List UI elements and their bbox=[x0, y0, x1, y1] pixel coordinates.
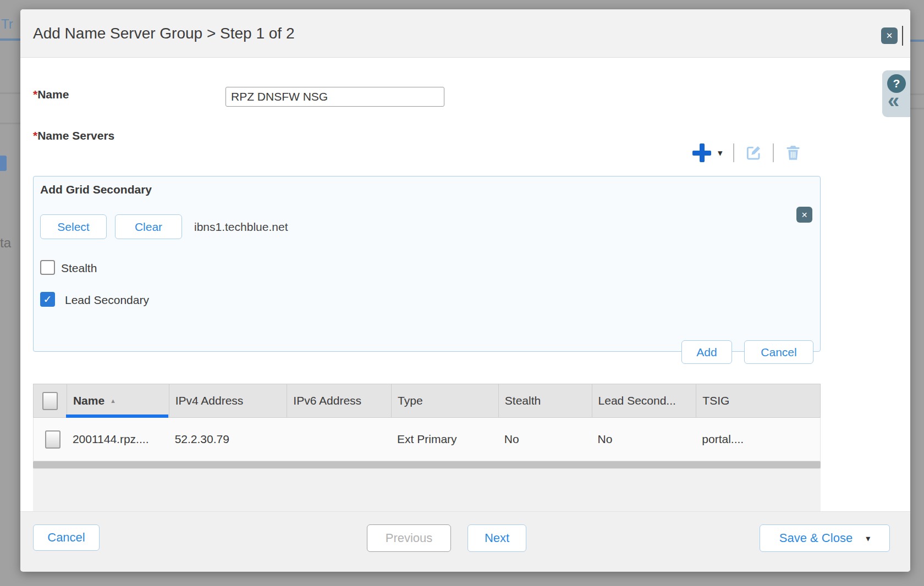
lead-secondary-checkbox-label[interactable]: Lead Secondary bbox=[65, 294, 149, 307]
add-grid-secondary-panel: Add Grid Secondary ✕ Select Clear ibns1.… bbox=[33, 176, 821, 352]
required-marker: * bbox=[33, 129, 37, 142]
titlebar-divider bbox=[902, 26, 903, 46]
cell-type: Ext Primary bbox=[391, 418, 498, 461]
sort-ascending-icon: ▲ bbox=[110, 397, 116, 404]
close-icon[interactable]: ✕ bbox=[881, 27, 898, 44]
cell-ipv6 bbox=[287, 418, 391, 461]
toolbar-divider bbox=[733, 143, 734, 162]
cell-stealth: No bbox=[498, 418, 592, 461]
horizontal-scrollbar-thumb[interactable] bbox=[33, 461, 821, 468]
horizontal-scrollbar bbox=[33, 461, 821, 469]
name-label: *Name bbox=[33, 88, 69, 101]
dialog-title: Add Name Server Group > Step 1 of 2 bbox=[33, 9, 294, 58]
side-helper-tab: ? « bbox=[882, 70, 910, 117]
required-marker: * bbox=[33, 88, 37, 101]
add-button[interactable]: Add bbox=[681, 340, 732, 364]
cell-name: 2001144.rpz.... bbox=[67, 418, 169, 461]
add-dropdown-caret-icon[interactable]: ▾ bbox=[718, 147, 723, 159]
stealth-checkbox-label[interactable]: Stealth bbox=[61, 262, 97, 275]
add-name-server-icon[interactable] bbox=[692, 143, 712, 163]
save-options-caret-icon: ▾ bbox=[866, 533, 870, 544]
row-checkbox[interactable] bbox=[45, 430, 61, 449]
select-all-checkbox-cell bbox=[34, 384, 67, 417]
cell-ipv4: 52.2.30.79 bbox=[169, 418, 287, 461]
name-servers-toolbar: ▾ bbox=[692, 142, 802, 163]
column-header-name[interactable]: Name ▲ bbox=[67, 384, 169, 417]
table-header: Name ▲ IPv4 Address IPv6 Address Type St… bbox=[33, 384, 821, 418]
dialog-titlebar: Add Name Server Group > Step 1 of 2 ✕ bbox=[20, 9, 910, 58]
panel-close-icon[interactable]: ✕ bbox=[796, 207, 812, 223]
add-name-server-group-dialog: Add Name Server Group > Step 1 of 2 ✕ *N… bbox=[20, 9, 910, 572]
panel-title: Add Grid Secondary bbox=[40, 183, 152, 196]
panel-cancel-button[interactable]: Cancel bbox=[744, 340, 813, 364]
name-servers-table: Name ▲ IPv4 Address IPv6 Address Type St… bbox=[33, 384, 821, 512]
select-all-checkbox[interactable] bbox=[42, 392, 58, 410]
name-servers-label: *Name Servers bbox=[33, 129, 114, 142]
edit-icon[interactable] bbox=[745, 144, 762, 162]
lead-secondary-checkbox[interactable] bbox=[40, 292, 55, 307]
name-input[interactable] bbox=[226, 87, 444, 107]
cancel-button[interactable]: Cancel bbox=[33, 524, 100, 551]
select-button[interactable]: Select bbox=[40, 214, 107, 239]
cell-tsig: portal.... bbox=[696, 418, 820, 461]
row-checkbox-cell bbox=[34, 418, 67, 461]
dialog-footer: Cancel Previous Next Save & Close ▾ bbox=[20, 511, 910, 572]
table-empty-area bbox=[33, 469, 821, 512]
column-header-lead-secondary[interactable]: Lead Second... bbox=[592, 384, 696, 417]
column-header-type[interactable]: Type bbox=[391, 384, 498, 417]
stealth-checkbox[interactable] bbox=[40, 260, 55, 275]
cell-lead-secondary: No bbox=[592, 418, 696, 461]
selected-server-value: ibns1.techblue.net bbox=[194, 220, 288, 234]
column-header-tsig[interactable]: TSIG bbox=[696, 384, 820, 417]
toolbar-divider bbox=[773, 143, 774, 162]
column-header-stealth[interactable]: Stealth bbox=[498, 384, 592, 417]
next-button[interactable]: Next bbox=[468, 524, 526, 552]
column-header-ipv4[interactable]: IPv4 Address bbox=[169, 384, 287, 417]
clear-button[interactable]: Clear bbox=[115, 214, 182, 239]
save-and-close-button[interactable]: Save & Close ▾ bbox=[760, 524, 890, 552]
previous-button[interactable]: Previous bbox=[367, 524, 451, 552]
table-row[interactable]: 2001144.rpz.... 52.2.30.79 Ext Primary N… bbox=[33, 418, 821, 461]
collapse-icon[interactable]: « bbox=[888, 89, 899, 113]
column-header-ipv6[interactable]: IPv6 Address bbox=[287, 384, 391, 417]
delete-icon[interactable] bbox=[784, 144, 802, 162]
sorted-column-indicator bbox=[66, 414, 168, 418]
